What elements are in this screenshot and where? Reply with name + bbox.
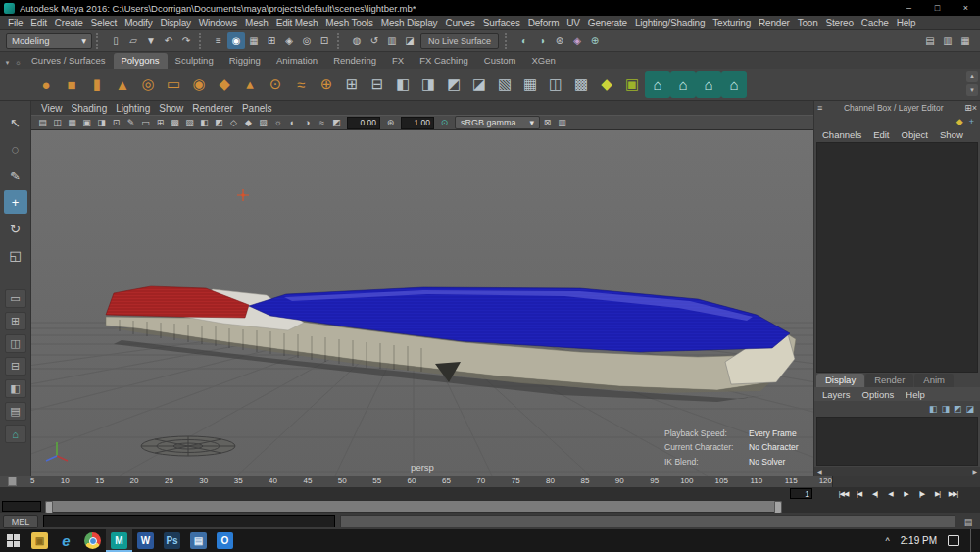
panel-menu-item[interactable]: Lighting: [116, 103, 159, 114]
current-frame-marker[interactable]: [8, 477, 17, 486]
gamma-field[interactable]: 1.00: [401, 117, 434, 129]
photoshop[interactable]: Ps: [159, 529, 185, 552]
command-line-input[interactable]: [43, 515, 335, 527]
select-tool[interactable]: ↖: [4, 111, 27, 134]
layout-outliner-persp[interactable]: ▤: [5, 402, 26, 421]
live-surface-button[interactable]: No Live Surface: [420, 33, 499, 49]
poly-cylinder-icon[interactable]: ▮: [84, 71, 110, 98]
current-frame-field[interactable]: 1: [790, 488, 812, 499]
popout-icon[interactable]: ⊞: [964, 103, 972, 113]
layer-list-area[interactable]: [816, 417, 978, 466]
move-tool[interactable]: +: [4, 190, 27, 214]
command-line-mode-button[interactable]: MEL: [3, 515, 38, 528]
channel-list-area[interactable]: [816, 142, 978, 373]
shelf-scroll-up-button[interactable]: ▲: [966, 71, 978, 82]
shelf-tab-menu-icon[interactable]: ▾: [2, 56, 13, 69]
menu-item[interactable]: Help: [893, 18, 920, 28]
camera-attributes-icon[interactable]: ▦: [65, 116, 79, 129]
snap-to-point-icon[interactable]: ◎: [298, 32, 316, 49]
file-explorer[interactable]: ▣: [26, 529, 53, 552]
poly-cone-icon[interactable]: ▲: [110, 71, 135, 98]
image-plane-icon[interactable]: ◨: [94, 116, 109, 129]
word[interactable]: W: [132, 529, 159, 552]
layout-custom[interactable]: ⌂: [5, 425, 26, 443]
sidebar-channel-box-icon[interactable]: ▦: [956, 32, 974, 49]
exposure-icon[interactable]: ◩: [329, 116, 344, 129]
textured-icon[interactable]: ▨: [256, 116, 270, 129]
channel-box-menu-item[interactable]: Object: [902, 129, 928, 140]
shelf-tab[interactable]: Polygons: [114, 53, 168, 69]
shelf-scroll-down-button[interactable]: ▼: [966, 84, 978, 96]
shelf-tab[interactable]: FX: [384, 53, 412, 69]
menu-item[interactable]: Mesh Tools: [321, 18, 376, 28]
sidebar-attribute-editor-icon[interactable]: ▤: [921, 32, 939, 49]
menu-item[interactable]: UV: [563, 18, 584, 28]
menu-item[interactable]: File: [4, 18, 26, 28]
poly-plane-icon[interactable]: ▭: [161, 71, 186, 98]
poly-disc-mesh[interactable]: [141, 436, 235, 456]
render-settings-icon[interactable]: ⊛: [551, 32, 568, 49]
show-desktop-button[interactable]: [970, 529, 974, 552]
menu-item[interactable]: Display: [156, 18, 194, 28]
menu-item[interactable]: Windows: [195, 18, 241, 28]
rotate-tool[interactable]: ↻: [4, 217, 27, 240]
shelf-tab[interactable]: FX Caching: [412, 53, 476, 69]
step-back-key-button[interactable]: ◀|: [867, 487, 882, 500]
combine-icon[interactable]: ⊞: [339, 71, 365, 98]
layer-menu-item[interactable]: Layers: [822, 389, 851, 400]
panel-handle-icon[interactable]: ≡: [817, 103, 822, 113]
menu-item[interactable]: Deform: [524, 18, 564, 28]
new-layer-from-selected-icon[interactable]: ◪: [965, 404, 974, 414]
color-space-dropdown[interactable]: sRGB gamma ▾: [455, 116, 540, 129]
make-live-icon[interactable]: ◍: [348, 32, 366, 49]
isolate-select-icon[interactable]: ⊠: [540, 116, 555, 129]
shadows-icon[interactable]: ◐: [285, 116, 300, 129]
menu-item[interactable]: Stereo: [822, 18, 858, 28]
channel-box-menu-item[interactable]: Show: [940, 129, 963, 140]
script-editor-icon[interactable]: ▤: [960, 515, 976, 528]
scale-tool[interactable]: ◱: [4, 243, 27, 267]
select-by-object-icon[interactable]: ◉: [227, 32, 245, 49]
step-back-frame-button[interactable]: |◀: [852, 487, 866, 500]
crease-tool-icon[interactable]: ⌂: [721, 71, 747, 98]
viewport-canvas[interactable]: [31, 130, 813, 476]
select-by-component-icon[interactable]: ▦: [245, 32, 263, 49]
smooth-icon[interactable]: ▩: [568, 71, 594, 98]
edge-browser[interactable]: e: [53, 529, 79, 552]
xray-icon[interactable]: ▥: [555, 116, 569, 129]
channel-box-menu-item[interactable]: Edit: [873, 129, 889, 140]
panel-menu-item[interactable]: Renderer: [192, 103, 242, 114]
redo-icon[interactable]: ↷: [177, 32, 195, 49]
layout-four-pane[interactable]: ⊞: [5, 312, 26, 330]
maya[interactable]: M: [106, 529, 132, 552]
range-slider[interactable]: [45, 501, 782, 512]
undo-icon[interactable]: ↶: [160, 32, 177, 49]
ao-icon[interactable]: ◑: [300, 116, 315, 129]
menu-item[interactable]: Edit: [26, 18, 50, 28]
resolution-gate-icon[interactable]: ⊞: [153, 116, 168, 129]
save-scene-icon[interactable]: ▼: [142, 32, 160, 49]
chrome-browser[interactable]: [79, 529, 106, 552]
layer-nav-left-button[interactable]: ◀: [817, 468, 822, 475]
outlook[interactable]: O: [212, 529, 238, 552]
select-by-hierarchy-icon[interactable]: ≡: [210, 32, 227, 49]
tray-expand-icon[interactable]: ^: [886, 536, 890, 546]
poly-pyramid-icon[interactable]: ▴: [237, 71, 263, 98]
play-backwards-button[interactable]: ◀: [883, 487, 898, 500]
safe-title-icon[interactable]: ◩: [212, 116, 226, 129]
time-slider[interactable]: 5101520253035404550556065707580859095100…: [0, 476, 833, 487]
menu-item[interactable]: Toon: [794, 18, 822, 28]
shelf-tab[interactable]: Curves / Surfaces: [24, 53, 114, 69]
open-scene-icon[interactable]: ▱: [124, 32, 142, 49]
go-to-end-button[interactable]: ▶▶|: [946, 487, 960, 500]
shelf-tab[interactable]: Rigging: [221, 53, 269, 69]
smooth-preview-cage-icon[interactable]: ⌂: [670, 71, 696, 98]
menu-item[interactable]: Edit Mesh: [272, 18, 322, 28]
shelf-tab[interactable]: Custom: [476, 53, 524, 69]
camera-lock-icon[interactable]: ◫: [50, 116, 65, 129]
menu-item[interactable]: Generate: [584, 18, 631, 28]
shelf-tab[interactable]: XGen: [524, 53, 564, 69]
layer-menu-item[interactable]: Options: [862, 389, 895, 400]
highlight-selection-icon[interactable]: ◪: [401, 32, 418, 49]
lights-icon[interactable]: ☼: [270, 116, 285, 129]
